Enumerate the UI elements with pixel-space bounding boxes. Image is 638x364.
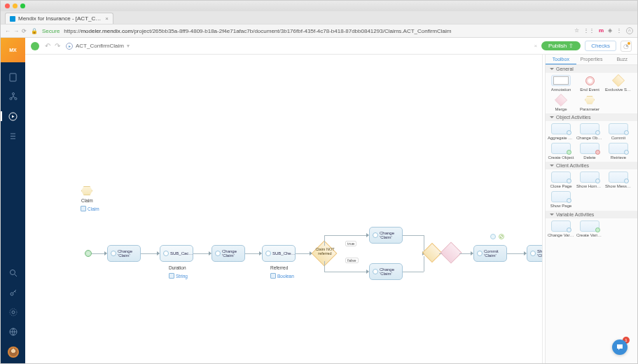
activity-change-claim-false[interactable]: Change 'Claim' [369,263,403,280]
activity-change-claim-2[interactable]: Change 'Claim' [211,245,245,262]
reload-icon[interactable]: ⟳ [22,28,27,34]
window-close-dot[interactable] [5,4,10,8]
mendix-ext-icon[interactable]: m [599,27,604,34]
tool-delete[interactable]: Delete [576,143,603,160]
tool-close-page[interactable]: Close Page [548,172,574,189]
publish-button[interactable]: Publish⇪ [541,41,581,50]
split-caption: Claim NOT referred [311,248,339,256]
tab-toolbox[interactable]: Toolbox [546,55,576,64]
redo-icon[interactable]: ↷ [55,42,60,50]
checks-button[interactable]: Checks [585,41,616,51]
microflow-canvas[interactable]: Claim Claim Change 'Claim' [25,55,542,363]
close-tab-icon[interactable]: × [105,15,109,22]
tool-annotation[interactable]: Annotation [548,75,574,92]
merge-node[interactable] [440,241,462,263]
undo-icon[interactable]: ↶ [45,42,50,50]
tool-exclusive-split[interactable]: Exclusive Split [605,75,632,92]
parameter-node[interactable] [81,186,92,195]
activity-show-page[interactable]: Show 'Claim_St… [527,245,542,262]
chat-button[interactable] [612,340,627,355]
tab-buzz[interactable]: Buzz [606,55,637,64]
address-url[interactable]: https://modeler.mendix.com/project/265bb… [64,28,570,34]
globe-icon[interactable] [8,327,18,337]
list-icon[interactable] [8,131,18,141]
browser-window: Mendix for Insurance - [ACT_C… × ← → ⟳ 🔒… [0,0,638,364]
run-button[interactable] [31,42,39,50]
window-min-dot[interactable] [13,4,18,8]
cat-object[interactable]: Object Activities [546,113,637,121]
panel-tabs: Toolbox Properties Buzz [546,55,637,65]
tree-icon[interactable] [8,92,18,102]
activity-sub-cac[interactable]: SUB_Cac… [160,245,193,262]
exclusive-split-node-2[interactable] [422,243,442,262]
close-doc-icon[interactable]: × [534,43,537,49]
document-icon[interactable] [8,72,18,82]
kebab-icon[interactable]: ⋮ [616,27,622,34]
breadcrumb[interactable]: ▸ ACT_ConfirmClaim ▾ [66,43,130,50]
tool-show-page[interactable]: Show Page [548,191,574,209]
cat-general[interactable]: General [546,65,637,73]
svg-point-5 [10,270,15,275]
chevron-down-icon[interactable]: ▾ [127,43,130,49]
brand-logo[interactable]: MX [1,38,25,62]
edge-true-label: true [345,241,356,246]
microflow-chip-icon: ▸ [66,43,73,50]
avatar[interactable] [8,346,19,358]
activity-icon [530,251,536,256]
activity-icon [163,251,169,256]
tool-commit[interactable]: Commit [605,123,632,141]
activity-icon [373,232,378,238]
activity-change-claim-1[interactable]: Change 'Claim' [107,245,141,262]
tool-end-event[interactable]: End Event [576,75,603,92]
tool-show-message[interactable]: Show Message [605,172,632,189]
tool-create-variable[interactable]: Create Variable [576,220,603,238]
window-max-dot[interactable] [20,4,25,8]
key-icon[interactable] [8,288,18,298]
activity-sub-che[interactable]: SUB_Che… [262,245,296,262]
start-event-node[interactable] [85,250,92,257]
gear-icon[interactable] [8,307,18,317]
search-icon[interactable] [8,268,18,278]
macos-window-bar [1,1,637,11]
address-bar-row: ← → ⟳ 🔒 Secure https://modeler.mendix.co… [1,24,637,38]
cat-variable[interactable]: Variable Activities [546,211,637,218]
nav-arrows: ← → ⟳ [5,28,27,34]
browser-tab[interactable]: Mendix for Insurance - [ACT_C… × [5,13,113,24]
cat-client[interactable]: Client Activities [546,162,637,169]
activity-icon [215,251,221,256]
activity-change-claim-true[interactable]: Change 'Claim' [369,227,403,244]
back-icon[interactable]: ← [5,28,11,34]
grid-icon[interactable]: ⋮⋮ [583,27,595,34]
app-icon[interactable]: ◈ [608,27,612,34]
tool-merge[interactable]: Merge [548,94,574,112]
lock-icon: 🔒 [31,28,38,34]
toolbox-scroll[interactable]: General Annotation End Event Exclusive S… [546,65,637,363]
process-badge-2[interactable] [499,234,504,239]
right-panel: Toolbox Properties Buzz General Annotati… [545,55,637,363]
tool-show-home-page[interactable]: Show Home P… [576,172,603,189]
activity-commit-claim[interactable]: Commit 'Claim' [473,245,507,262]
tool-create-object[interactable]: Create Object [548,143,574,160]
svg-rect-0 [10,74,16,81]
parameter-type-link[interactable]: Claim [81,206,99,211]
sub1-out-type[interactable]: String [169,273,188,279]
tool-change-object[interactable]: Change Object [576,123,603,141]
workspace: Claim Claim Change 'Claim' [25,55,637,363]
process-badge-1[interactable] [490,234,496,239]
tool-parameter[interactable]: Parameter [576,94,603,112]
forward-icon[interactable]: → [13,28,19,34]
notifications-icon[interactable]: ◔ [620,41,632,52]
tool-retrieve[interactable]: Retrieve [605,143,632,160]
sub2-out-type[interactable]: Boolean [270,273,294,279]
microflow-icon[interactable] [8,111,18,121]
app-topbar: ↶ ↷ ▸ ACT_ConfirmClaim ▾ × Publish⇪ Chec… [25,38,637,55]
tool-aggregate-list[interactable]: Aggregate List [548,123,574,141]
sub2-out-label: Referred [270,265,288,270]
activity-icon [265,251,271,256]
star-icon[interactable]: ☆ [574,27,579,34]
edge-false-label: false [345,258,359,263]
tab-properties[interactable]: Properties [576,55,607,64]
tool-change-variable[interactable]: Change Variable [548,220,574,238]
profile-icon[interactable]: ⍥ [626,27,633,34]
sub1-out-label: Duration [169,265,186,270]
